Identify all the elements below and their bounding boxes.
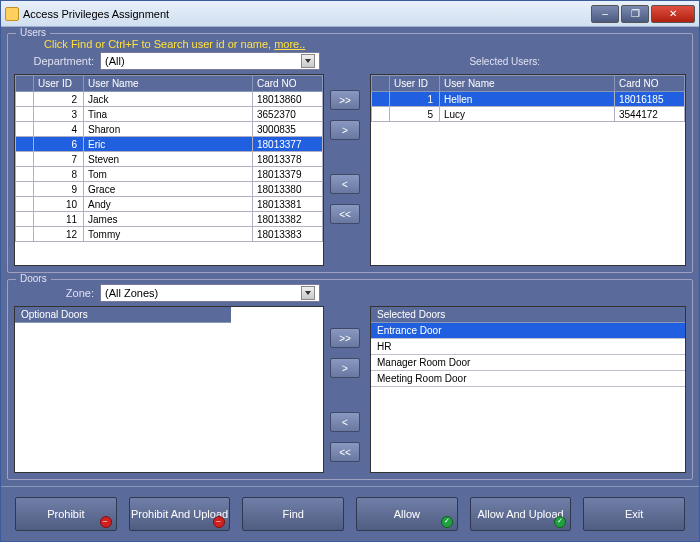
available-users-pane: User ID User Name Card NO 2Jack180138603… xyxy=(14,74,324,266)
selected-doors-header: Selected Doors xyxy=(371,307,685,323)
door-add-all-button[interactable]: >> xyxy=(330,328,360,348)
doors-group-title: Doors xyxy=(16,273,51,284)
app-icon xyxy=(5,7,19,21)
available-users-table[interactable]: User ID User Name Card NO 2Jack180138603… xyxy=(15,75,323,242)
exit-button[interactable]: Exit xyxy=(583,497,685,531)
department-label: Department: xyxy=(14,55,94,67)
users-group: Users Click Find or Ctrl+F to Search use… xyxy=(7,33,693,273)
remove-button[interactable]: < xyxy=(330,174,360,194)
app-window: Access Privileges Assignment – ❐ ✕ Users… xyxy=(0,0,700,542)
selected-doors-pane[interactable]: Selected Doors Entrance DoorHRManager Ro… xyxy=(370,306,686,473)
door-add-button[interactable]: > xyxy=(330,358,360,378)
table-row[interactable]: 12Tommy18013383 xyxy=(16,227,323,242)
chevron-down-icon xyxy=(301,286,315,300)
table-row[interactable]: 1Hellen18016185 xyxy=(372,92,685,107)
zone-value: (All Zones) xyxy=(105,287,158,299)
zone-combo[interactable]: (All Zones) xyxy=(100,284,320,302)
selected-users-label: Selected Users: xyxy=(469,56,540,67)
prohibit-button[interactable]: Prohibit xyxy=(15,497,117,531)
col-user-name: User Name xyxy=(440,76,615,92)
window-title: Access Privileges Assignment xyxy=(23,8,591,20)
remove-all-button[interactable]: << xyxy=(330,204,360,224)
table-row[interactable]: 5Lucy3544172 xyxy=(372,107,685,122)
table-row[interactable]: 4Sharon3000835 xyxy=(16,122,323,137)
col-card-no: Card NO xyxy=(615,76,685,92)
department-combo[interactable]: (All) xyxy=(100,52,320,70)
zone-label: Zone: xyxy=(14,287,94,299)
selected-users-table[interactable]: User ID User Name Card NO 1Hellen1801618… xyxy=(371,75,685,122)
table-row[interactable]: 3Tina3652370 xyxy=(16,107,323,122)
list-item[interactable]: Entrance Door xyxy=(371,323,685,339)
prohibit-icon xyxy=(213,516,225,528)
selected-users-pane: User ID User Name Card NO 1Hellen1801618… xyxy=(370,74,686,266)
optional-doors-header: Optional Doors xyxy=(15,307,231,323)
allow-button[interactable]: Allow xyxy=(356,497,458,531)
add-all-button[interactable]: >> xyxy=(330,90,360,110)
chevron-down-icon xyxy=(301,54,315,68)
doors-group: Doors Zone: (All Zones) Optional Doors >… xyxy=(7,279,693,480)
prohibit-upload-button[interactable]: Prohibit And Upload xyxy=(129,497,231,531)
prohibit-icon xyxy=(100,516,112,528)
users-group-title: Users xyxy=(16,27,50,38)
allow-icon xyxy=(441,516,453,528)
allow-upload-button[interactable]: Allow And Upload xyxy=(470,497,572,531)
maximize-button[interactable]: ❐ xyxy=(621,5,649,23)
table-row[interactable]: 10Andy18013381 xyxy=(16,197,323,212)
close-button[interactable]: ✕ xyxy=(651,5,695,23)
table-row[interactable]: 6Eric18013377 xyxy=(16,137,323,152)
titlebar: Access Privileges Assignment – ❐ ✕ xyxy=(1,1,699,27)
minimize-button[interactable]: – xyxy=(591,5,619,23)
footer-buttons: Prohibit Prohibit And Upload Find Allow … xyxy=(1,486,699,541)
table-row[interactable]: 2Jack18013860 xyxy=(16,92,323,107)
col-user-name: User Name xyxy=(84,76,253,92)
list-item[interactable]: HR xyxy=(371,339,685,355)
door-remove-all-button[interactable]: << xyxy=(330,442,360,462)
optional-doors-pane[interactable]: Optional Doors xyxy=(14,306,324,473)
door-remove-button[interactable]: < xyxy=(330,412,360,432)
table-row[interactable]: 9Grace18013380 xyxy=(16,182,323,197)
list-item[interactable]: Meeting Room Door xyxy=(371,371,685,387)
find-button[interactable]: Find xyxy=(242,497,344,531)
search-hint: Click Find or Ctrl+F to Search user id o… xyxy=(44,38,686,50)
col-user-id: User ID xyxy=(34,76,84,92)
allow-icon xyxy=(554,516,566,528)
department-value: (All) xyxy=(105,55,125,67)
more-link[interactable]: more.. xyxy=(274,38,305,50)
col-card-no: Card NO xyxy=(253,76,323,92)
list-item[interactable]: Manager Room Door xyxy=(371,355,685,371)
col-user-id: User ID xyxy=(390,76,440,92)
table-row[interactable]: 8Tom18013379 xyxy=(16,167,323,182)
table-row[interactable]: 7Steven18013378 xyxy=(16,152,323,167)
add-button[interactable]: > xyxy=(330,120,360,140)
table-row[interactable]: 11James18013382 xyxy=(16,212,323,227)
